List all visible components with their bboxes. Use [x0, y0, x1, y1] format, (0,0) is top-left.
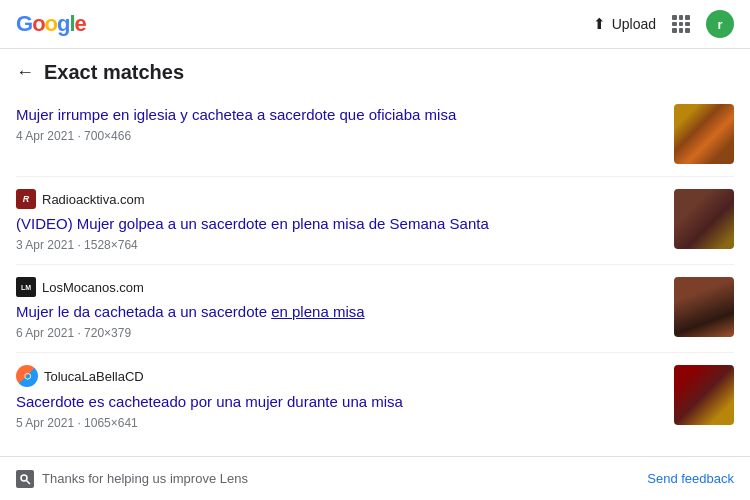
- page-title-row: ← Exact matches: [0, 49, 750, 92]
- source-name: Radioacktiva.com: [42, 192, 145, 207]
- upload-button[interactable]: ⬆ Upload: [593, 15, 656, 33]
- result-meta: 4 Apr 2021 · 700×466: [16, 129, 658, 143]
- result-thumbnail: [674, 365, 734, 425]
- google-logo: Google: [16, 11, 86, 37]
- source-favicon: R: [16, 189, 36, 209]
- upload-label: Upload: [612, 16, 656, 32]
- source-favicon: ⬡: [16, 365, 38, 387]
- result-thumbnail: [674, 277, 734, 337]
- send-feedback-link[interactable]: Send feedback: [647, 471, 734, 486]
- footer-thanks-text: Thanks for helping us improve Lens: [42, 471, 248, 486]
- table-row: R Radioacktiva.com (VIDEO) Mujer golpea …: [16, 177, 734, 265]
- apps-icon[interactable]: [672, 15, 690, 33]
- table-row: LM LosMocanos.com Mujer le da cachetada …: [16, 265, 734, 353]
- result-title[interactable]: Mujer irrumpe en iglesia y cachetea a sa…: [16, 104, 658, 125]
- back-button[interactable]: ←: [16, 62, 34, 83]
- header-left: Google: [16, 11, 86, 37]
- result-source: R Radioacktiva.com: [16, 189, 658, 209]
- footer: Thanks for helping us improve Lens Send …: [0, 456, 750, 500]
- table-row: Mujer irrumpe en iglesia y cachetea a sa…: [16, 92, 734, 177]
- source-name: LosMocanos.com: [42, 280, 144, 295]
- result-meta: 5 Apr 2021 · 1065×641: [16, 416, 658, 430]
- table-row: ⬡ TolucaLaBellaCD Sacerdote es cachetead…: [16, 353, 734, 442]
- upload-icon: ⬆: [593, 15, 606, 33]
- footer-left: Thanks for helping us improve Lens: [16, 470, 248, 488]
- source-name: TolucaLaBellaCD: [44, 369, 144, 384]
- result-thumbnail: [674, 104, 734, 164]
- result-thumbnail: [674, 189, 734, 249]
- lens-icon: [16, 470, 34, 488]
- result-meta: 3 Apr 2021 · 1528×764: [16, 238, 658, 252]
- result-content: R Radioacktiva.com (VIDEO) Mujer golpea …: [16, 189, 674, 252]
- result-source: ⬡ TolucaLaBellaCD: [16, 365, 658, 387]
- source-favicon: LM: [16, 277, 36, 297]
- result-content: LM LosMocanos.com Mujer le da cachetada …: [16, 277, 674, 340]
- result-title[interactable]: Sacerdote es cacheteado por una mujer du…: [16, 391, 658, 412]
- result-meta: 6 Apr 2021 · 720×379: [16, 326, 658, 340]
- page-title: Exact matches: [44, 61, 184, 84]
- result-content: ⬡ TolucaLaBellaCD Sacerdote es cachetead…: [16, 365, 674, 430]
- result-content: Mujer irrumpe en iglesia y cachetea a sa…: [16, 104, 674, 143]
- result-title[interactable]: Mujer le da cachetada a un sacerdote en …: [16, 301, 658, 322]
- avatar[interactable]: r: [706, 10, 734, 38]
- header-right: ⬆ Upload r: [593, 10, 734, 38]
- results-list: Mujer irrumpe en iglesia y cachetea a sa…: [0, 92, 750, 446]
- result-source: LM LosMocanos.com: [16, 277, 658, 297]
- header: Google ⬆ Upload r: [0, 0, 750, 49]
- result-title[interactable]: (VIDEO) Mujer golpea a un sacerdote en p…: [16, 213, 658, 234]
